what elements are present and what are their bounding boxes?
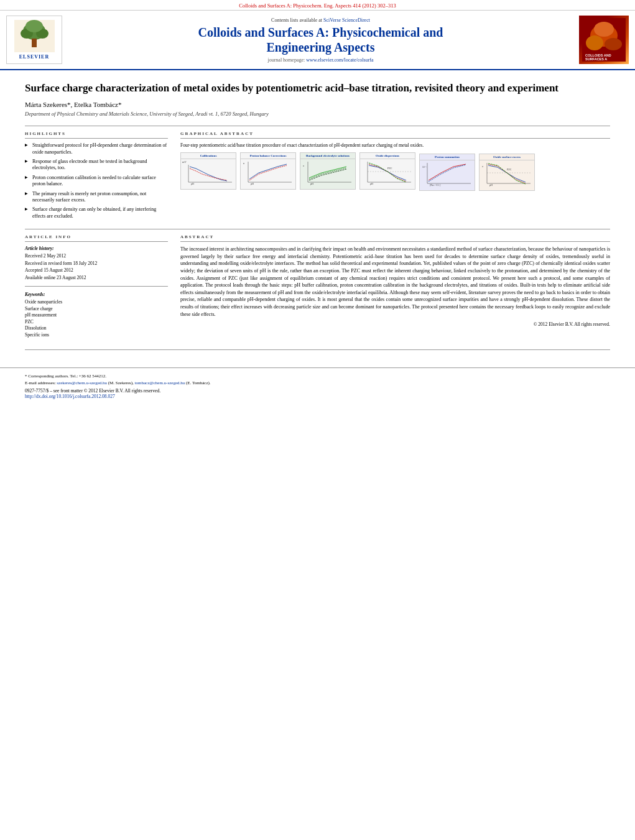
ga-panel-calibrations: Calibrations mV pH <box>180 152 236 190</box>
homepage-link: journal homepage: www.elsevier.com/locat… <box>267 57 373 63</box>
doi-link[interactable]: http://dx.doi.org/10.1016/j.colsurfa.201… <box>25 394 115 399</box>
keyword-1: Oxide nanoparticles <box>25 299 168 306</box>
journal-title-line2: Engineering Aspects <box>198 40 443 55</box>
page-footer: * Corresponding authors. Tel.: +36 62 54… <box>0 367 635 404</box>
graphical-abstract-column: GRAPHICAL ABSTRACT Four-step potentiomet… <box>180 131 610 223</box>
sciverse-anchor[interactable]: SciVerse ScienceDirect <box>323 17 370 23</box>
highlight-item-3: Proton concentration calibration is need… <box>25 175 168 188</box>
ga-panel-title-6: Oxide surface excess <box>480 154 534 160</box>
elsevier-label: ELSEVIER <box>19 54 49 60</box>
article-info-column: ARTICLE INFO Article history: Received 2… <box>25 234 168 343</box>
keyword-5: Dissolution <box>25 325 168 332</box>
top-bar: Colloids and Surfaces A: Physicochem. En… <box>0 0 635 11</box>
svg-text:n: n <box>243 162 244 165</box>
ga-panel-title-5: Proton summation <box>420 154 475 160</box>
svg-text:pH: pH <box>370 182 373 185</box>
history-title: Article history: <box>25 246 168 251</box>
history-received-revised: Received in revised form 18 July 2012 <box>25 261 168 267</box>
svg-text:pH: pH <box>310 182 313 185</box>
ga-panel-oxide-surface: Oxide surface excess PZC <box>479 154 535 191</box>
journal-logo-right: COLLOIDS AND SURFACES A <box>579 16 629 64</box>
email1-link[interactable]: szekeres@chem.u-szeged.hu <box>57 381 107 385</box>
affiliation: Department of Physical Chemistry and Mat… <box>25 111 610 117</box>
corresponding-note: * Corresponding authors. Tel.: +36 62 54… <box>25 374 106 379</box>
journal-logo-icon: COLLOIDS AND SURFACES A <box>582 18 626 62</box>
divider-2 <box>25 229 610 229</box>
highlight-item-2: Response of glass electrode must be test… <box>25 159 168 172</box>
email2-link[interactable]: tombacz@chem.u-szeged.hu <box>135 381 185 385</box>
homepage-prefix: journal homepage: <box>267 57 306 63</box>
svg-point-10 <box>594 22 614 37</box>
keyword-4: PZC <box>25 319 168 326</box>
svg-rect-2 <box>32 39 37 47</box>
keywords-section: Keywords: Oxide nanoparticles Surface ch… <box>25 292 168 338</box>
highlights-column: HIGHLIGHTS Straightforward protocol for … <box>25 131 168 223</box>
keyword-3: pH measurement <box>25 312 168 319</box>
elsevier-logo: ELSEVIER <box>6 16 62 64</box>
highlights-list: Straightforward protocol for pH-dependen… <box>25 142 168 219</box>
email-label: E-mail addresses: <box>25 381 57 385</box>
history-received: Received 2 May 2012 <box>25 253 168 260</box>
ga-panel-oxide-dispersions: Oxide dispersions PZC <box>359 152 415 190</box>
svg-text:[Na₊−Cl₋]: [Na₊−Cl₋] <box>430 183 441 187</box>
svg-point-8 <box>586 35 603 50</box>
svg-text:pH: pH <box>251 182 254 185</box>
page-wrapper: Colloids and Surfaces A: Physicochem. En… <box>0 0 635 840</box>
svg-text:σ: σ <box>482 165 483 168</box>
svg-text:SURFACES A: SURFACES A <box>585 57 607 61</box>
proton-summation-chart: 10⁻² [Na₊−Cl₋] <box>421 162 473 187</box>
history-accepted: Accepted 15 August 2012 <box>25 267 168 274</box>
ga-panel-proton-balance: Proton balance Corrections pH n <box>240 152 296 190</box>
copyright-line: © 2012 Elsevier B.V. All rights reserved… <box>180 321 610 327</box>
svg-point-5 <box>25 20 43 32</box>
email2-person: (E. Tombácz). <box>186 381 211 385</box>
highlight-item-5: Surface charge density can only be obtai… <box>25 206 168 219</box>
svg-point-9 <box>605 38 622 50</box>
main-content: Surface charge characterization of metal… <box>0 70 635 361</box>
email1-person: (M. Szekeres), <box>108 381 134 385</box>
journal-title-line1: Colloids and Surfaces A: Physicochemical… <box>198 25 443 40</box>
highlights-header: HIGHLIGHTS <box>25 131 168 139</box>
graphical-abstract-header: GRAPHICAL ABSTRACT <box>180 131 610 139</box>
highlight-item-4: The primary result is merely net proton … <box>25 191 168 204</box>
background-chart: pH σ <box>302 160 354 185</box>
divider-info <box>25 286 168 287</box>
svg-text:pH: pH <box>489 183 493 187</box>
svg-text:10⁻²: 10⁻² <box>422 166 427 168</box>
authors-text: Márta Szekeres*, Etelka Tombácz* <box>25 101 121 108</box>
abstract-header: ABSTRACT <box>180 234 610 242</box>
keyword-6: Specific ions <box>25 332 168 339</box>
ga-panel-background: Background electrolyte solutions pH σ <box>300 152 356 190</box>
journal-title-area: Contents lists available at SciVerse Sci… <box>68 16 573 64</box>
article-history: Article history: Received 2 May 2012 Rec… <box>25 246 168 281</box>
ga-panel-title-1: Calibrations <box>181 153 236 159</box>
divider-3 <box>25 349 610 350</box>
elsevier-tree-icon <box>14 20 55 52</box>
ga-panel-title-2: Proton balance Corrections <box>241 153 295 159</box>
oxide-surface-chart: PZC pH σ <box>481 162 533 187</box>
homepage-anchor[interactable]: www.elsevier.com/locate/colsurfa <box>306 57 373 63</box>
ga-panel-proton-summation: Proton summation 10⁻² [Na₊−Cl₋] <box>419 154 475 191</box>
journal-header: ELSEVIER Contents lists available at Sci… <box>0 11 635 70</box>
journal-title-main: Colloids and Surfaces A: Physicochemical… <box>198 25 443 55</box>
article-title: Surface charge characterization of metal… <box>25 81 610 95</box>
issn-text: 0927-7757/$ – see front matter © 2012 El… <box>25 388 610 394</box>
divider-1 <box>25 126 610 126</box>
svg-text:pH: pH <box>191 182 194 185</box>
authors: Márta Szekeres*, Etelka Tombácz* <box>25 101 610 108</box>
highlight-item-1: Straightforward protocol for pH-dependen… <box>25 142 168 155</box>
ga-panel-title-3: Background electrolyte solutions <box>300 153 355 159</box>
info-abstract-row: ARTICLE INFO Article history: Received 2… <box>25 234 610 343</box>
graphical-abstract-description: Four-step potentiometric acid/base titra… <box>180 142 610 149</box>
ga-panel-title-4: Oxide dispersions <box>360 153 415 159</box>
keyword-2: Surface charge <box>25 306 168 313</box>
highlights-abstract-row: HIGHLIGHTS Straightforward protocol for … <box>25 131 610 223</box>
sciverse-text: Contents lists available at <box>271 17 323 23</box>
footer-note: * Corresponding authors. Tel.: +36 62 54… <box>25 373 610 386</box>
history-available: Available online 23 August 2012 <box>25 275 168 282</box>
journal-citation: Colloids and Surfaces A: Physicochem. En… <box>239 2 396 9</box>
article-info-header: ARTICLE INFO <box>25 234 168 242</box>
svg-text:PZC: PZC <box>387 167 392 170</box>
keywords-title: Keywords: <box>25 292 168 297</box>
footer-doi: 0927-7757/$ – see front matter © 2012 El… <box>25 388 610 399</box>
